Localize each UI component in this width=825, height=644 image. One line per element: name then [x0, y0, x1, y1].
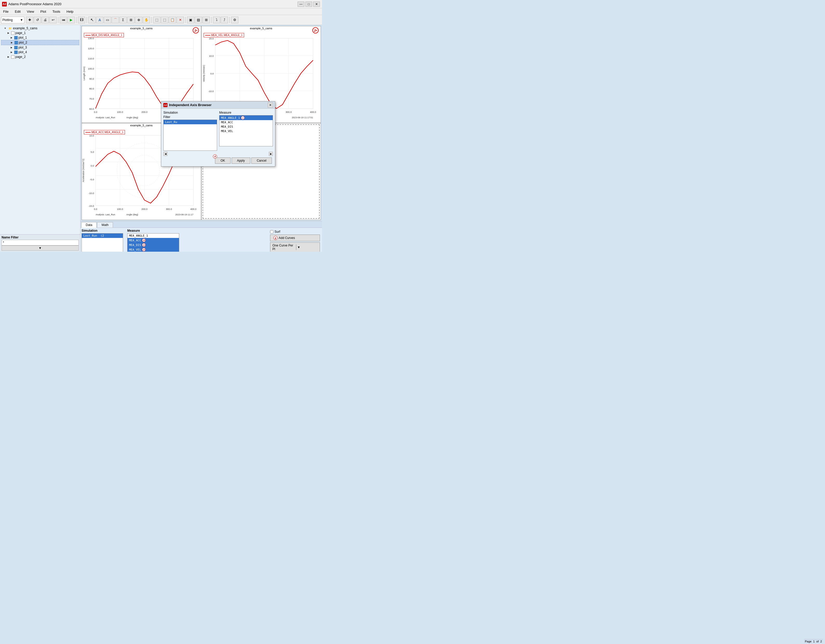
menu-edit[interactable]: Edit — [14, 9, 22, 14]
toolbar-crosshair-btn[interactable]: ⊕ — [135, 17, 142, 23]
add-curves-label: Add Curves — [279, 236, 295, 240]
title-bar-controls: — □ ✕ — [298, 2, 320, 7]
simulation-list[interactable]: Last_Run (2 — [82, 233, 123, 252]
simulation-label: Simulation — [82, 229, 123, 233]
menu-help[interactable]: Help — [65, 9, 74, 14]
plot-title-2: example_5_cams — [201, 26, 321, 30]
tree-item-plot4[interactable]: ▶ plot_4 — [1, 50, 79, 54]
toolbar-layout1-btn[interactable]: ▣ — [187, 17, 194, 23]
toolbar-play-btn[interactable]: ▶ — [68, 17, 75, 23]
svg-text:200.0: 200.0 — [141, 111, 147, 113]
toolbar-film-btn[interactable]: 🎞 — [78, 17, 85, 23]
tree-label-page2: page_2 — [15, 55, 26, 59]
tree-item-plot2[interactable]: ▶ plot_2 — [1, 40, 79, 45]
expand-icon-page1: ▶ — [6, 31, 10, 35]
svg-text:0.0: 0.0 — [210, 72, 214, 75]
toolbar-settings-btn[interactable]: ⚙ — [231, 17, 238, 23]
dialog-scroll-right[interactable]: ▶ — [269, 152, 273, 156]
toolbar-print-btn[interactable]: 🖨 — [42, 17, 49, 23]
mode-dropdown-arrow: ▼ — [20, 18, 23, 22]
toolbar-prev-btn[interactable]: ⏮ — [60, 17, 67, 23]
svg-text:2023-06-19 11:17:51: 2023-06-19 11:17:51 — [292, 116, 313, 119]
maximize-button[interactable]: □ — [305, 2, 312, 7]
measure-item-acc[interactable]: MEA_ACC 3f — [128, 238, 179, 243]
svg-text:100.0: 100.0 — [117, 208, 123, 210]
dialog-close-button[interactable]: ✕ — [268, 103, 273, 108]
mode-dropdown-label: Plotting — [2, 18, 13, 22]
toolbar-arrow-btn[interactable]: ⤵ — [213, 17, 220, 23]
measure-item-dis[interactable]: MEA_DIS 1f — [128, 243, 179, 247]
toolbar-hand-btn[interactable]: ✋ — [143, 17, 150, 23]
toolbar-fit2-btn[interactable]: ⬚ — [161, 17, 168, 23]
measure-item-vel[interactable]: MEA_VEL 2f — [128, 247, 179, 252]
tree-item-root[interactable]: ▼ 📁 example_5_cams — [1, 26, 79, 31]
plot-number-2: 2e — [312, 27, 318, 34]
one-curve-dropdown[interactable]: One Curve Per Pl ▼ — [270, 242, 320, 252]
dialog-simulation-list[interactable]: Last_Ru — [163, 120, 217, 151]
dialog-title-text: Independent Axis Browser — [169, 103, 212, 107]
name-filter-dropdown[interactable]: ▼ — [2, 245, 79, 251]
minimize-button[interactable]: — — [298, 2, 304, 7]
plot-number-1: 1e — [193, 27, 199, 34]
dialog-meas-item-acc[interactable]: MEA_ACC — [219, 120, 273, 125]
toolbar-rect-btn[interactable]: ▭ — [104, 17, 111, 23]
toolbar-arrow2-btn[interactable]: ⤴ — [221, 17, 228, 23]
close-button[interactable]: ✕ — [313, 2, 320, 7]
toolbar-refresh-btn[interactable]: ↺ — [34, 17, 41, 23]
menu-tools[interactable]: Tools — [51, 9, 61, 14]
simulation-item-lastrun[interactable]: Last_Run (2 — [82, 234, 123, 238]
toolbar-cursor-btn[interactable]: ↖ — [88, 17, 96, 23]
dialog-ok-button[interactable]: OK — [215, 157, 230, 164]
measure-item-angle[interactable]: MEA_ANGLE_1 — [128, 234, 179, 238]
surf-checkbox[interactable] — [270, 230, 273, 234]
svg-text:120.0: 120.0 — [88, 47, 94, 50]
dialog-meas-item-vel[interactable]: MEA_VEL — [219, 129, 273, 133]
tab-content: Simulation Last_Run (2 Source Measures a — [80, 228, 322, 252]
toolbar-text-btn[interactable]: A — [96, 17, 104, 23]
name-filter-input[interactable] — [2, 240, 79, 245]
dialog-measure-list[interactable]: MEA_ANGLE_1 c MEA_ACC MEA_DIS MEA_VEL — [219, 115, 273, 146]
toolbar-grid2-btn[interactable]: ⊞ — [202, 17, 210, 23]
toolbar-layout2-btn[interactable]: ▨ — [195, 17, 202, 23]
menu-view[interactable]: View — [26, 9, 35, 14]
toolbar-sigma-btn[interactable]: Σ — [119, 17, 127, 23]
dialog-meas-item-dis[interactable]: MEA_DIS — [219, 125, 273, 129]
svg-text:110.0: 110.0 — [88, 57, 94, 60]
dialog-apply-button[interactable]: Apply — [232, 157, 250, 164]
dialog-meas-item-angle[interactable]: MEA_ANGLE_1 c — [219, 116, 273, 120]
measure-label: Measure — [127, 229, 179, 233]
left-panel: ▼ 📁 example_5_cams ▶ page_1 ▶ plot_1 ▶ p… — [0, 25, 80, 252]
toolbar-copy-btn[interactable]: 📋 — [169, 17, 176, 23]
mode-dropdown[interactable]: Plotting ▼ — [1, 17, 25, 23]
plot-title-1: example_5_cams — [82, 26, 201, 30]
add-curves-button[interactable]: g Add Curves — [270, 234, 320, 241]
tree-item-plot1[interactable]: ▶ plot_1 — [1, 35, 79, 40]
tree-item-plot3[interactable]: ▶ plot_3 — [1, 45, 79, 50]
dialog-scroll-left[interactable]: ◀ — [163, 152, 167, 156]
menu-bar: File Edit View Plot Tools Help — [0, 8, 322, 15]
tree-label-plot1: plot_1 — [19, 36, 27, 39]
circle-2f: 2f — [142, 248, 146, 251]
dropdown-arrow-icon: ▼ — [296, 244, 320, 250]
expand-icon-plot2: ▶ — [9, 40, 14, 45]
dialog-title-bar: Ad Independent Axis Browser ✕ — [161, 102, 275, 109]
tab-math[interactable]: Math — [97, 222, 113, 228]
dialog-sim-item-lastrun[interactable]: Last_Ru — [164, 120, 217, 124]
svg-text:300.0: 300.0 — [286, 111, 292, 113]
dialog-cancel-button[interactable]: Cancel — [251, 157, 272, 164]
svg-text:400.0: 400.0 — [310, 111, 316, 113]
toolbar-undo-btn[interactable]: ↩ — [49, 17, 57, 23]
legend-line-1 — [85, 35, 91, 35]
dialog-measure-label: Measure — [219, 111, 273, 114]
toolbar-del-btn[interactable]: ✕ — [176, 17, 184, 23]
tree-item-page2[interactable]: ▶ page_2 — [1, 54, 79, 59]
toolbar-fit-btn[interactable]: ⬚ — [153, 17, 161, 23]
menu-file[interactable]: File — [2, 9, 9, 14]
tab-data[interactable]: Data — [81, 222, 97, 228]
toolbar-add-btn[interactable]: ✚ — [26, 17, 33, 23]
toolbar-grid-btn[interactable]: ⊞ — [127, 17, 134, 23]
menu-plot[interactable]: Plot — [39, 9, 47, 14]
measure-list[interactable]: MEA_ANGLE_1 MEA_ACC 3f MEA_DIS 1f — [127, 233, 179, 252]
tree-item-page1[interactable]: ▶ page_1 — [1, 31, 79, 35]
toolbar-curve-btn[interactable]: ⌒ — [112, 17, 119, 23]
